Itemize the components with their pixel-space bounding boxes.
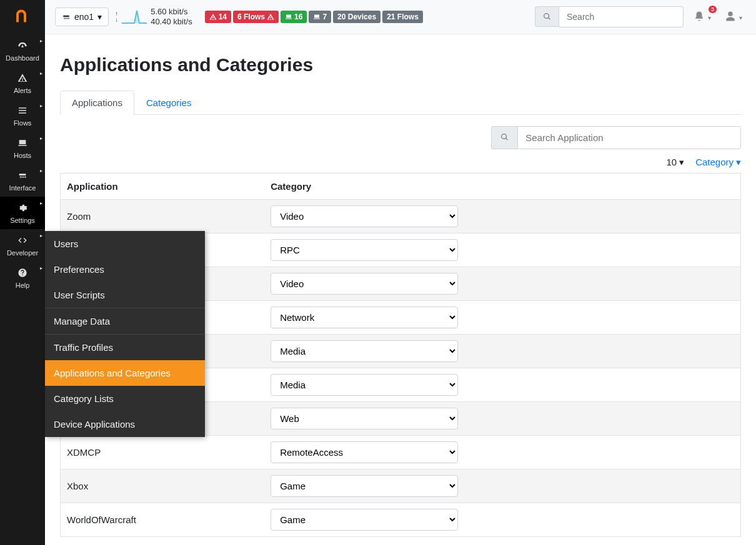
laptop-icon [2,138,42,149]
badge-text: 7 [322,12,327,21]
category-select[interactable]: MediaVideoRPCNetworkWebRemoteAccessGame [271,340,458,362]
submenu-item[interactable]: User Scripts [45,282,205,308]
sidebar: Dashboard▸Alerts▸Flows▸Hosts▸Interface▸S… [0,0,45,545]
gear-icon [2,203,42,214]
search-button[interactable] [535,6,559,27]
bars-icon [2,106,42,117]
cell-category: RemoteAccessVideoRPCNetworkMediaWebGame [264,435,740,469]
sort-label: Category [695,157,734,167]
app-search-input[interactable] [517,126,741,149]
sidebar-item-interface[interactable]: Interface▸ [0,164,45,197]
cell-category: GameVideoRPCNetworkMediaWebRemoteAccess [264,469,740,503]
submenu-item[interactable]: Preferences [45,257,205,282]
code-icon [2,235,42,247]
cell-category: VideoRPCNetworkMediaWebRemoteAccessGame [264,199,740,233]
network-icon [62,12,71,21]
sidebar-item-alerts[interactable]: Alerts▸ [0,67,45,99]
caret-down-icon: ▾ [679,157,684,168]
submenu-item[interactable]: Manage Data [45,308,205,334]
status-badge[interactable]: 7 [309,11,331,23]
cell-application: Xbox [61,469,265,503]
speed-down: 40.40 kbit/s [151,17,192,27]
status-badge[interactable]: 21 Flows [382,11,423,23]
caret-right-icon: ▸ [40,233,42,238]
badge-text: 6 Flows [237,12,265,21]
application-search [491,126,741,149]
cell-category: RPCVideoNetworkMediaWebRemoteAccessGame [264,233,740,267]
warn-icon [209,13,217,21]
page-title: Applications and Categories [60,54,741,76]
cell-application: Zoom [61,199,265,233]
sidebar-item-flows[interactable]: Flows▸ [0,99,45,132]
cell-application: XDMCP [61,435,265,469]
category-select[interactable]: GameVideoRPCNetworkMediaWebRemoteAccess [271,509,458,531]
sidebar-item-settings[interactable]: Settings▸ [0,197,45,229]
sidebar-item-label: Interface [9,184,36,192]
submenu-item[interactable]: Users [45,231,205,257]
caret-right-icon: ▸ [40,265,42,271]
caret-right-icon: ▸ [40,71,42,76]
submenu-item[interactable]: Category Lists [45,386,205,411]
sidebar-item-developer[interactable]: Developer▸ [0,229,45,262]
caret-right-icon: ▸ [40,135,42,141]
caret-down-icon: ▾ [708,14,711,21]
table-row: ZoomVideoRPCNetworkMediaWebRemoteAccessG… [61,199,741,233]
table-row: WorldOfWarcraftGameVideoRPCNetworkMediaW… [61,503,741,536]
sparkline-icon [122,8,147,26]
arrow-down-icon: ↓ [115,17,118,23]
net-icon [2,170,42,182]
cell-category: VideoRPCNetworkMediaWebRemoteAccessGame [264,267,740,300]
category-select[interactable]: MediaVideoRPCNetworkWebRemoteAccessGame [271,374,458,396]
logo[interactable] [0,0,45,34]
speed-up: 5.60 kbit/s [151,7,192,17]
caret-right-icon: ▸ [40,38,42,44]
gauge-icon [2,41,42,52]
help-icon [2,268,42,279]
laptop-icon [285,13,292,21]
status-badge[interactable]: 6 Flows [233,11,279,23]
submenu-item[interactable]: Applications and Categories [45,360,205,386]
sidebar-item-hosts[interactable]: Hosts▸ [0,132,45,164]
user-menu-button[interactable]: ▾ [721,7,746,26]
category-select[interactable]: VideoRPCNetworkMediaWebRemoteAccessGame [271,205,458,227]
tab-categories[interactable]: Categories [134,91,204,114]
caret-down-icon: ▾ [97,12,102,22]
status-badge[interactable]: 14 [205,11,231,23]
page-size-value: 10 [666,157,677,167]
category-select[interactable]: VideoRPCNetworkMediaWebRemoteAccessGame [271,273,458,295]
sidebar-item-label: Alerts [14,87,31,94]
category-select[interactable]: WebVideoRPCNetworkMediaRemoteAccessGame [271,408,458,430]
table-row: XboxGameVideoRPCNetworkMediaWebRemoteAcc… [61,469,741,503]
page-size-selector[interactable]: 10 ▾ [666,157,684,168]
col-category: Category [264,173,740,199]
status-badge[interactable]: 16 [281,11,307,23]
submenu-item[interactable]: Traffic Profiles [45,334,205,360]
sidebar-item-help[interactable]: Help▸ [0,262,45,294]
badge-text: 20 Devices [337,12,376,21]
caret-right-icon: ▸ [40,168,42,174]
sort-selector[interactable]: Category ▾ [695,157,741,168]
cell-category: GameVideoRPCNetworkMediaWebRemoteAccess [264,503,740,536]
tabs: ApplicationsCategories [60,91,741,115]
status-badges: 146 Flows16720 Devices21 Flows [205,11,423,23]
submenu-item[interactable]: Device Applications [45,411,205,437]
notif-badge: 3 [709,6,717,13]
category-select[interactable]: RemoteAccessVideoRPCNetworkMediaWebGame [271,441,458,463]
category-select[interactable]: RPCVideoNetworkMediaWebRemoteAccessGame [271,239,458,261]
category-select[interactable]: GameVideoRPCNetworkMediaWebRemoteAccess [271,475,458,497]
tab-applications[interactable]: Applications [60,91,134,115]
caret-right-icon: ▸ [40,200,42,206]
warn-icon [267,13,274,21]
search-input[interactable] [559,6,684,27]
sidebar-item-label: Hosts [14,152,31,159]
cell-category: MediaVideoRPCNetworkWebRemoteAccessGame [264,334,740,368]
status-badge[interactable]: 20 Devices [333,11,380,23]
interface-name: eno1 [74,12,94,22]
interface-selector[interactable]: eno1 ▾ [55,7,109,26]
category-select[interactable]: NetworkVideoRPCMediaWebRemoteAccessGame [271,307,458,328]
notifications-button[interactable]: 3 ▾ [690,7,715,26]
app-search-button[interactable] [491,126,517,149]
sidebar-item-dashboard[interactable]: Dashboard▸ [0,34,45,67]
caret-right-icon: ▸ [40,103,42,109]
caret-down-icon: ▾ [739,14,742,21]
